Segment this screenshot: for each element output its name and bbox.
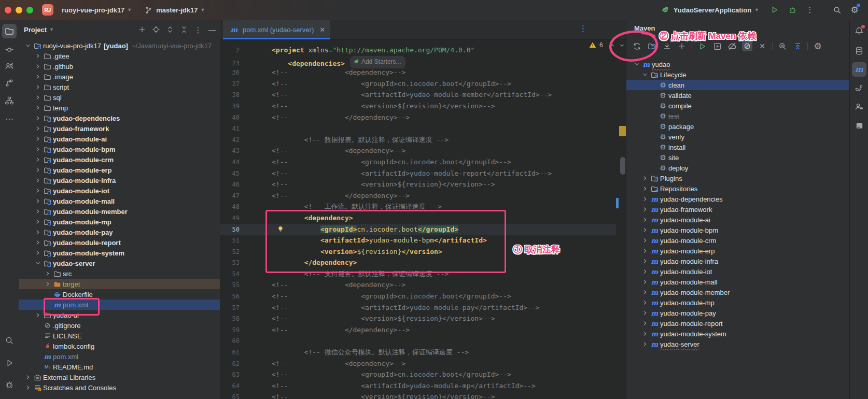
chevron-right-icon[interactable] xyxy=(33,93,43,102)
execute-goal-button[interactable] xyxy=(712,41,722,51)
project-tree-item-license[interactable]: LICENSE xyxy=(19,331,220,341)
maven-tree-item-plugins[interactable]: Plugins xyxy=(626,173,850,183)
gradle-button[interactable] xyxy=(852,81,866,95)
chevron-right-icon[interactable] xyxy=(640,174,650,182)
previous-warning-icon[interactable] xyxy=(609,42,615,48)
chevron-right-icon[interactable] xyxy=(640,267,650,276)
project-tree-item-sql[interactable]: sql xyxy=(19,92,220,103)
maven-tree-item-site[interactable]: ⚙site xyxy=(626,152,850,163)
settings-button[interactable]: ⚙ xyxy=(849,5,860,15)
code-line-44[interactable]: 44<!-- <groupId>cn.iocoder.boot</groupId… xyxy=(220,156,616,168)
project-tree-item-script[interactable]: script xyxy=(19,82,220,92)
maven-tree-item-install[interactable]: ⚙install xyxy=(626,142,850,152)
run-button[interactable] xyxy=(2,355,17,370)
project-tree-item-yudao-module-bpm[interactable]: yudao-module-bpm xyxy=(19,144,220,154)
code-line-50[interactable]: 50 <groupId>cn.iocoder.boot</groupId> xyxy=(220,224,616,235)
code-line-62[interactable]: 62<!-- <dependency>--> xyxy=(220,358,616,369)
chevron-right-icon[interactable] xyxy=(33,155,43,164)
project-tree-item-yudao-module-mp[interactable]: yudao-module-mp xyxy=(19,217,220,227)
maven-tree-item-yudao-framework[interactable]: myudao-framework xyxy=(626,204,850,215)
chevron-right-icon[interactable] xyxy=(33,197,43,205)
add-button[interactable] xyxy=(137,25,147,34)
error-stripe-caret-mark[interactable] xyxy=(616,198,619,208)
code-line-56[interactable]: 56<!-- <groupId>cn.iocoder.boot</groupId… xyxy=(220,291,616,302)
chevron-right-icon[interactable] xyxy=(640,205,650,213)
maven-tree-item-yudao-module-crm[interactable]: myudao-module-crm xyxy=(626,235,850,246)
project-folder-button[interactable] xyxy=(2,24,17,38)
maven-tree-item-yudao-server[interactable]: myudao-server xyxy=(626,339,850,349)
database-button[interactable] xyxy=(852,44,866,58)
project-tree-item-yudao-module-crm[interactable]: yudao-module-crm xyxy=(19,154,220,165)
project-tree-item-yudao-ui[interactable]: yudao-ui xyxy=(19,310,220,320)
code-line-49[interactable]: 49 <dependency> xyxy=(220,212,616,224)
search-button[interactable] xyxy=(2,333,17,348)
project-tree-item-yudao-module-erp[interactable]: yudao-module-erp xyxy=(19,165,220,175)
chevron-right-icon[interactable] xyxy=(640,195,650,203)
sync-maven-button[interactable] xyxy=(632,41,642,51)
maven-tree-item-test[interactable]: ⚙test xyxy=(626,111,850,121)
add-button[interactable] xyxy=(677,41,687,51)
locate-button[interactable] xyxy=(151,25,161,34)
project-tree-item-yudao-module-system[interactable]: yudao-module-system xyxy=(19,248,220,258)
offline-mode-button[interactable] xyxy=(727,41,737,51)
more-horizontal-button[interactable]: ⋯ xyxy=(2,112,17,126)
chevron-right-icon[interactable] xyxy=(640,309,650,317)
code-line-41[interactable]: 41 xyxy=(220,123,616,134)
ai-assistant-button[interactable] xyxy=(852,99,866,114)
chevron-right-icon[interactable] xyxy=(640,184,650,193)
chevron-right-icon[interactable] xyxy=(33,238,43,247)
chevron-right-icon[interactable] xyxy=(33,249,43,257)
code-line-23[interactable]: 23 <dependencies>Add Starters... xyxy=(220,56,616,67)
project-tree-item-yudao-module-member[interactable]: yudao-module-member xyxy=(19,206,220,217)
close-button[interactable]: ✕ xyxy=(757,41,767,51)
code-line-38[interactable]: 38<!-- <artifactId>yudao-module-member</… xyxy=(220,89,616,101)
code-line-52[interactable]: 52 <version>${revision}</version> xyxy=(220,246,616,258)
collapse-all-button[interactable] xyxy=(179,25,189,34)
editor-scrollbar-thumb[interactable] xyxy=(620,157,625,175)
chevron-down-icon[interactable] xyxy=(33,259,43,267)
hide-button[interactable]: — xyxy=(207,25,217,34)
maven-tree-item-deploy[interactable]: ⚙deploy xyxy=(626,163,850,173)
chevron-right-icon[interactable] xyxy=(640,236,650,245)
code-line-57[interactable]: 57<!-- <artifactId>yudao-module-pay</art… xyxy=(220,302,616,314)
project-tree-item-readme-md[interactable]: M↓README.md xyxy=(19,362,220,372)
code-line-54[interactable]: 54 <!-- 支付服务。默认注释，保证编译速度 --> xyxy=(220,268,616,280)
folder-sync-button[interactable] xyxy=(647,41,657,51)
inspections-widget[interactable]: 6 xyxy=(589,41,625,49)
chevron-right-icon[interactable] xyxy=(43,280,52,288)
run-button[interactable] xyxy=(769,5,780,15)
intention-lightbulb-icon[interactable] xyxy=(277,225,284,233)
maven-tree-item-yudao-module-iot[interactable]: myudao-module-iot xyxy=(626,266,850,277)
chevron-right-icon[interactable] xyxy=(33,311,43,319)
maven-tree-item-compile[interactable]: ⚙compile xyxy=(626,101,850,111)
maximize-window-button[interactable] xyxy=(26,7,33,13)
code-line-63[interactable]: 63<!-- <groupId>cn.iocoder.boot</groupId… xyxy=(220,369,616,380)
debug-button[interactable] xyxy=(2,377,17,392)
maven-tree-item-package[interactable]: ⚙package xyxy=(626,121,850,132)
settings-gear-button[interactable]: ⚙ xyxy=(813,41,823,51)
project-tree-item-ruoyi-vue-pro-jdk17[interactable]: ruoyi-vue-pro-jdk17[yudao]~/Java/ruoyi-v… xyxy=(19,40,220,51)
project-tree-item-yudao-server[interactable]: yudao-server xyxy=(19,258,220,268)
code-line-36[interactable]: 36<!-- <dependency>--> xyxy=(220,67,616,78)
chevron-right-icon[interactable] xyxy=(640,319,650,327)
close-tab-icon[interactable]: ✕ xyxy=(319,26,325,34)
editor-tab-pom-xml[interactable]: m pom.xml (yudao-server) ✕ xyxy=(223,20,330,39)
code-line-47[interactable]: 47<!-- </dependency>--> xyxy=(220,190,616,202)
chevron-right-icon[interactable] xyxy=(33,187,43,195)
maven-tree-item-lifecycle[interactable]: Lifecycle xyxy=(626,69,850,80)
maven-button[interactable]: m xyxy=(852,62,866,77)
structure-button[interactable] xyxy=(2,93,17,108)
chevron-right-icon[interactable] xyxy=(640,216,650,224)
chevron-right-icon[interactable] xyxy=(640,288,650,296)
maven-tree-item-yudao-module-mp[interactable]: myudao-module-mp xyxy=(626,297,850,308)
branch-switcher[interactable]: master-jdk17 ▼ xyxy=(140,3,208,17)
chevron-right-icon[interactable] xyxy=(640,298,650,307)
minimize-window-button[interactable] xyxy=(16,7,22,13)
next-warning-icon[interactable] xyxy=(619,42,625,48)
collapse-all-blue-button[interactable] xyxy=(792,41,803,51)
chevron-right-icon[interactable] xyxy=(33,114,43,122)
maven-tree-item-yudao-module-bpm[interactable]: myudao-module-bpm xyxy=(626,225,850,235)
code-line-59[interactable]: 59<!-- </dependency>--> xyxy=(220,324,616,336)
maven-tree-item-yudao[interactable]: myudao xyxy=(626,59,850,69)
code-line-64[interactable]: 64<!-- <artifactId>yudao-module-mp</arti… xyxy=(220,380,616,392)
